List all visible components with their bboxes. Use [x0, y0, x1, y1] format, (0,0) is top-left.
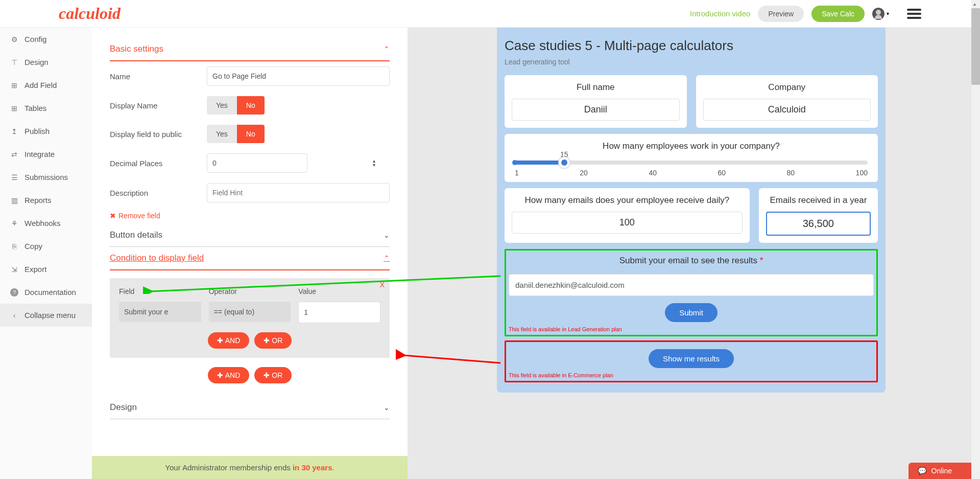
slider-tick: 40	[649, 169, 657, 177]
show-results-button[interactable]: Show me results	[649, 349, 734, 368]
sidebar-item-copy[interactable]: ⎘Copy	[0, 235, 92, 258]
value-label: Value	[298, 287, 380, 295]
description-input[interactable]	[207, 183, 390, 202]
section-label: Basic settings	[110, 44, 163, 54]
user-menu[interactable]: ▾	[872, 8, 889, 20]
membership-expiry: in 30 years	[293, 463, 332, 472]
decimal-input[interactable]	[207, 153, 307, 173]
display-public-label: Display field to public	[110, 130, 207, 139]
condition-field-select[interactable]	[119, 302, 201, 322]
sidebar-item-tables[interactable]: ⊞Tables	[0, 97, 92, 120]
webhook-icon: ⚘	[10, 219, 18, 227]
save-calc-button[interactable]: Save Calc	[811, 6, 865, 22]
sidebar-item-design[interactable]: ⊤Design	[0, 51, 92, 74]
emails-daily-field: How many emails does your employee recei…	[505, 188, 750, 243]
form-row-display-public: Display field to public Yes No	[110, 120, 390, 148]
preview-area: Case studies 5 - Multi-page calculators …	[408, 28, 980, 479]
design-icon: ⊤	[10, 58, 18, 66]
scrollbar[interactable]: ▴	[971, 0, 980, 479]
plus-icon: ✚	[217, 336, 223, 345]
condition-value-input[interactable]	[298, 302, 380, 323]
and-button-inner[interactable]: ✚AND	[208, 332, 250, 349]
description-label: Description	[110, 189, 207, 197]
slider-ticks: 1 20 40 60 80 100	[515, 169, 868, 177]
button-details-header[interactable]: Button details ⌄	[110, 224, 390, 247]
form-row-name: Name	[110, 61, 390, 91]
preview-button[interactable]: Preview	[758, 6, 804, 22]
company-input[interactable]	[703, 99, 871, 121]
copy-icon: ⎘	[10, 242, 18, 250]
condition-operator-select[interactable]	[209, 302, 291, 322]
fullname-label: Full name	[512, 82, 680, 93]
chart-icon: ▥	[10, 196, 18, 204]
fullname-field: Full name	[505, 75, 687, 128]
header-actions: Introduction video Preview Save Calc ▾	[690, 6, 921, 22]
sidebar-label: Design	[25, 58, 49, 66]
and-button-outer[interactable]: ✚AND	[208, 367, 250, 383]
sidebar-label: Documentation	[25, 288, 76, 296]
sidebar-item-publish[interactable]: ↥Publish	[0, 120, 92, 143]
operator-label: Operator	[209, 287, 291, 295]
rating-stars[interactable]: ☆ ☆ ☆ ☆ ☆	[739, 42, 790, 50]
hamburger-menu-icon[interactable]	[907, 9, 921, 19]
toggle-yes[interactable]: Yes	[207, 96, 237, 115]
sidebar-item-integrate[interactable]: ⇄Integrate	[0, 143, 92, 166]
or-button-inner[interactable]: ✚OR	[254, 332, 292, 349]
toggle-yes[interactable]: Yes	[207, 125, 237, 143]
sidebar-item-collapse[interactable]: ‹Collapse menu	[0, 304, 92, 327]
submit-button[interactable]: Submit	[665, 303, 718, 322]
close-condition-button[interactable]: X	[380, 281, 385, 289]
form-row-description: Description	[110, 178, 390, 208]
company-label: Company	[703, 82, 871, 93]
or-button-outer[interactable]: ✚OR	[254, 367, 292, 383]
caret-down-icon: ▾	[887, 11, 889, 16]
sidebar-label: Copy	[25, 242, 42, 250]
slider-thumb[interactable]	[559, 157, 570, 168]
email-input[interactable]	[509, 274, 874, 296]
sidebar-label: Tables	[25, 104, 46, 112]
emails-label: How many emails does your employee recei…	[512, 195, 743, 206]
sidebar-label: Add Field	[25, 81, 57, 89]
slider-track[interactable]: 15	[515, 161, 868, 165]
display-name-toggle: Yes No	[207, 96, 265, 115]
emails-input[interactable]	[512, 212, 743, 234]
chat-icon: 💬	[918, 467, 926, 475]
sidebar-item-submissions[interactable]: ☰Submissions	[0, 166, 92, 189]
condition-header[interactable]: Condition to display field ⌃	[110, 247, 390, 270]
decimal-label: Decimal Places	[110, 159, 207, 168]
emails-year-field: Emails received in a year 36,500	[759, 188, 878, 243]
close-icon: ✖	[110, 212, 116, 220]
toggle-no[interactable]: No	[237, 125, 265, 143]
gear-icon: ⚙	[10, 35, 18, 43]
field-label: Field	[119, 287, 201, 295]
sidebar-item-documentation[interactable]: ?Documentation	[0, 281, 92, 304]
name-label: Name	[110, 72, 207, 81]
basic-settings-header[interactable]: Basic settings ⌃	[110, 38, 390, 61]
toggle-no[interactable]: No	[237, 96, 265, 115]
sidebar-item-webhooks[interactable]: ⚘Webhooks	[0, 212, 92, 235]
membership-banner: Your Administrator membership ends in 30…	[92, 456, 408, 479]
name-input[interactable]	[207, 66, 390, 86]
sidebar-item-add-field[interactable]: ⊞Add Field	[0, 74, 92, 97]
remove-field-link[interactable]: ✖ Remove field	[110, 208, 390, 224]
sidebar-item-export[interactable]: ⇲Export	[0, 258, 92, 281]
export-icon: ⇲	[10, 265, 18, 273]
scroll-up-icon[interactable]: ▴	[973, 1, 976, 7]
scrollbar-thumb[interactable]	[971, 8, 980, 85]
help-icon: ?	[10, 288, 18, 296]
sidebar-item-reports[interactable]: ▥Reports	[0, 189, 92, 212]
slider-fill	[515, 161, 564, 165]
logo[interactable]: calculoid	[59, 4, 121, 23]
spinner-arrows-icon[interactable]: ▴▾	[373, 159, 375, 167]
design-header[interactable]: Design ⌄	[110, 396, 390, 419]
settings-panel: Basic settings ⌃ Name Display Name Yes N…	[92, 28, 408, 479]
calc-title: Case studies 5 - Multi-page calculators …	[505, 38, 878, 54]
chevron-left-icon: ‹	[10, 311, 18, 320]
plus-icon: ✚	[217, 371, 223, 379]
chat-widget[interactable]: 💬 Online	[909, 463, 975, 479]
sidebar-item-config[interactable]: ⚙Config	[0, 28, 92, 51]
intro-video-link[interactable]: Introduction video	[690, 9, 750, 18]
chevron-down-icon: ⌄	[384, 231, 390, 239]
fullname-input[interactable]	[512, 99, 680, 121]
form-row-decimal: Decimal Places ▴▾	[110, 148, 390, 178]
